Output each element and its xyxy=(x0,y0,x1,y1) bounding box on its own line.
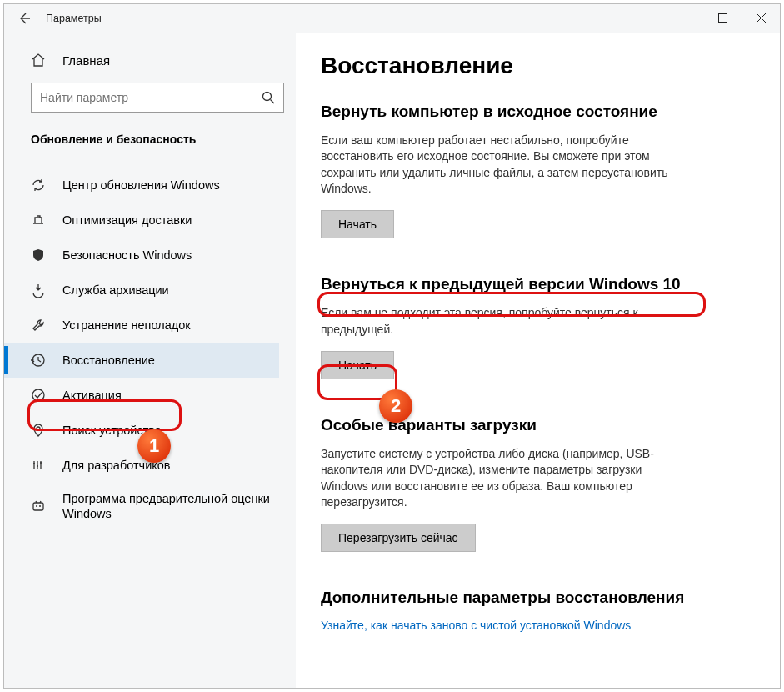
goback-heading: Вернуться к предыдущей версии Windows 10 xyxy=(321,275,755,293)
home-icon xyxy=(31,53,46,68)
sidebar-item-label: Служба архивации xyxy=(62,283,169,298)
sidebar: Главная Обновление и безопасность Центр … xyxy=(4,33,296,688)
sidebar-item-update[interactable]: Центр обновления Windows xyxy=(4,168,279,203)
recovery-icon xyxy=(31,353,46,368)
delivery-icon xyxy=(31,213,46,228)
sync-icon xyxy=(31,178,46,193)
goback-button[interactable]: Начать xyxy=(321,351,394,379)
location-icon xyxy=(31,423,46,438)
advanced-body: Запустите систему с устройства либо диск… xyxy=(321,446,687,510)
more-heading: Дополнительные параметры восстановления xyxy=(321,589,755,607)
window-title: Параметры xyxy=(46,13,102,24)
svg-point-1 xyxy=(263,93,272,101)
maximize-button[interactable] xyxy=(703,4,742,31)
reset-heading: Вернуть компьютер в исходное состояние xyxy=(321,103,755,121)
fresh-start-link[interactable]: Узнайте, как начать заново с чистой уста… xyxy=(321,619,631,632)
search-field[interactable] xyxy=(40,91,262,104)
sidebar-item-label: Оптимизация доставки xyxy=(62,213,192,228)
search-icon xyxy=(262,91,275,104)
svg-point-7 xyxy=(39,505,41,507)
svg-point-3 xyxy=(32,389,44,401)
backup-icon xyxy=(31,283,46,298)
reset-button[interactable]: Начать xyxy=(321,210,394,238)
sidebar-item-activation[interactable]: Активация xyxy=(4,378,279,413)
advanced-section: Особые варианты загрузки Запустите систе… xyxy=(321,416,755,552)
svg-rect-0 xyxy=(718,13,727,22)
wrench-icon xyxy=(31,318,46,333)
sidebar-item-label: Программа предварительной оценки Windows xyxy=(62,491,279,521)
advanced-button[interactable]: Перезагрузить сейчас xyxy=(321,524,476,552)
reset-body: Если ваш компьютер работает нестабильно,… xyxy=(321,133,687,197)
more-section: Дополнительные параметры восстановления … xyxy=(321,589,755,632)
search-input[interactable] xyxy=(31,83,284,113)
sidebar-item-label: Безопасность Windows xyxy=(62,248,192,263)
sidebar-item-label: Восстановление xyxy=(62,353,155,368)
window-controls xyxy=(665,4,780,31)
sidebar-item-security[interactable]: Безопасность Windows xyxy=(4,238,279,273)
reset-section: Вернуть компьютер в исходное состояние Е… xyxy=(321,103,755,238)
back-icon[interactable] xyxy=(17,12,31,25)
svg-point-4 xyxy=(37,427,40,430)
annotation-badge-2: 2 xyxy=(379,389,412,423)
goback-body: Если вам не подходит эта версия, попробу… xyxy=(321,305,687,338)
svg-point-6 xyxy=(36,505,37,507)
close-button[interactable] xyxy=(742,4,780,31)
developers-icon xyxy=(31,458,46,473)
goback-section: Вернуться к предыдущей версии Windows 10… xyxy=(321,275,755,379)
sidebar-item-recovery[interactable]: Восстановление xyxy=(4,343,279,378)
sidebar-item-backup[interactable]: Служба архивации xyxy=(4,273,279,308)
home-button[interactable]: Главная xyxy=(31,53,284,68)
sidebar-item-label: Устранение неполадок xyxy=(62,318,191,333)
home-label: Главная xyxy=(62,53,110,68)
titlebar: Параметры xyxy=(4,4,780,33)
insider-icon xyxy=(31,499,46,514)
page-title: Восстановление xyxy=(321,53,755,79)
svg-rect-5 xyxy=(33,503,43,510)
annotation-badge-1: 1 xyxy=(137,429,171,463)
minimize-button[interactable] xyxy=(665,4,703,31)
check-icon xyxy=(31,388,46,403)
main-panel: Восстановление Вернуть компьютер в исход… xyxy=(296,33,780,688)
sidebar-item-delivery[interactable]: Оптимизация доставки xyxy=(4,203,279,238)
sidebar-item-troubleshoot[interactable]: Устранение неполадок xyxy=(4,308,279,343)
sidebar-item-label: Активация xyxy=(62,388,122,403)
settings-window: Параметры Главная Обновление и безопасно… xyxy=(3,3,781,689)
sidebar-item-label: Центр обновления Windows xyxy=(62,178,220,193)
shield-icon xyxy=(31,248,46,263)
sidebar-menu: Центр обновления Windows Оптимизация дос… xyxy=(31,168,279,529)
category-heading: Обновление и безопасность xyxy=(31,133,284,146)
sidebar-item-insider[interactable]: Программа предварительной оценки Windows xyxy=(4,483,279,529)
